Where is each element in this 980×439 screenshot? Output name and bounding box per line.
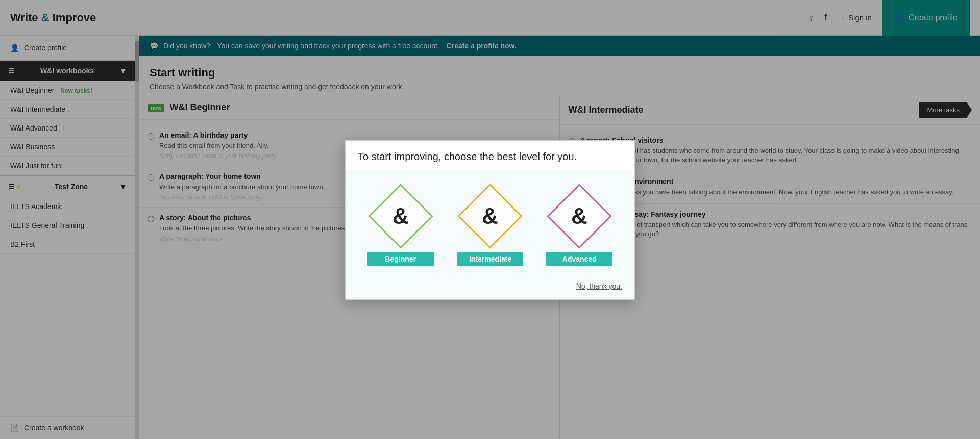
- intermediate-diamond-shape: &: [457, 184, 522, 248]
- beginner-level-option[interactable]: & Beginner: [368, 186, 434, 266]
- beginner-level-button[interactable]: Beginner: [368, 252, 434, 266]
- advanced-level-button[interactable]: Advanced: [546, 252, 612, 266]
- advanced-level-option[interactable]: & Advanced: [546, 186, 612, 266]
- advanced-diamond-icon: &: [571, 205, 587, 227]
- advanced-diamond-shape: &: [547, 184, 612, 248]
- intermediate-diamond: &: [459, 186, 521, 247]
- intermediate-diamond-icon: &: [482, 205, 498, 227]
- beginner-diamond-icon: &: [393, 205, 409, 227]
- modal-overlay[interactable]: To start improving, choose the best leve…: [0, 0, 980, 439]
- beginner-diamond: &: [370, 186, 431, 247]
- intermediate-level-button[interactable]: Intermediate: [457, 252, 523, 266]
- advanced-diamond: &: [549, 186, 610, 247]
- no-thanks-button[interactable]: No, thank you.: [576, 282, 622, 290]
- intermediate-level-option[interactable]: & Intermediate: [457, 186, 523, 266]
- modal-levels: & Beginner & Intermediate &: [346, 170, 634, 276]
- level-select-modal: To start improving, choose the best leve…: [345, 140, 635, 300]
- modal-title: To start improving, choose the best leve…: [346, 141, 634, 170]
- modal-footer: No, thank you.: [346, 276, 634, 299]
- beginner-diamond-shape: &: [368, 184, 433, 248]
